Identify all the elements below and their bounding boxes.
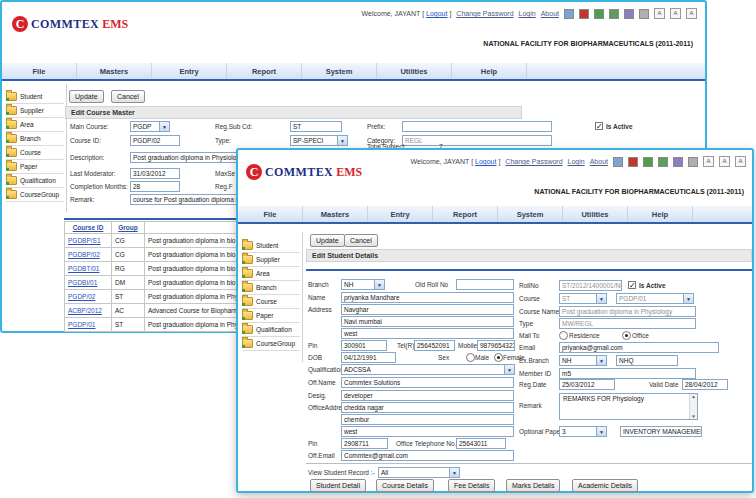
roll-no-field[interactable]: ST/2012/1400001/NH: [559, 280, 622, 291]
menu-system[interactable]: System: [302, 63, 377, 79]
office-tel-field[interactable]: 25643011: [456, 438, 506, 449]
font-size-button[interactable]: A: [703, 156, 714, 167]
sidebar-item-qualification[interactable]: Qualification: [242, 323, 300, 337]
main-course-select[interactable]: PGDP▼: [130, 121, 170, 132]
optional-paper-select[interactable]: 3▼: [559, 426, 607, 437]
sidebar-item-student[interactable]: Student: [6, 90, 64, 104]
sidebar-item-course[interactable]: Course: [242, 295, 300, 309]
font-size-button[interactable]: A: [670, 8, 681, 19]
font-size-button[interactable]: A: [735, 156, 746, 167]
sidebar-item-branch[interactable]: Branch: [6, 132, 64, 146]
menu-system[interactable]: System: [498, 206, 563, 222]
course-id-link[interactable]: PGDP/02: [68, 293, 95, 300]
tel-r-field[interactable]: 256452091: [414, 340, 455, 351]
cancel-button[interactable]: Cancel: [344, 234, 378, 247]
menu-utilities[interactable]: Utilities: [377, 63, 452, 79]
academic-details-button[interactable]: Academic Details: [572, 479, 638, 492]
sidebar-item-coursegroup[interactable]: CourseGroup: [242, 337, 300, 351]
type-field[interactable]: MW/REGL: [559, 318, 696, 329]
office-address-line3-field[interactable]: west: [341, 426, 514, 437]
change-password-link[interactable]: Change Password: [505, 158, 562, 165]
login-link[interactable]: Login: [519, 10, 536, 17]
sidebar-item-supplier[interactable]: Supplier: [242, 253, 300, 267]
menu-file[interactable]: File: [2, 63, 77, 79]
scrollbar[interactable]: ▲▼: [689, 394, 697, 419]
branch-select[interactable]: NH▼: [341, 279, 385, 290]
sidebar-item-area[interactable]: Area: [6, 118, 64, 132]
scroll-down-icon[interactable]: ▼: [691, 414, 695, 419]
theme-swatch[interactable]: [609, 9, 619, 19]
theme-swatch[interactable]: [639, 9, 649, 19]
theme-swatch[interactable]: [673, 157, 683, 167]
menu-help[interactable]: Help: [628, 206, 693, 222]
update-button[interactable]: Update: [310, 234, 345, 247]
about-link[interactable]: About: [590, 158, 608, 165]
optional-paper-name-field[interactable]: INVENTORY MANAGEMENT: [620, 426, 702, 437]
office-address-line2-field[interactable]: chembur: [341, 414, 514, 425]
sex-female-radio[interactable]: [494, 353, 503, 362]
menu-entry[interactable]: Entry: [152, 63, 227, 79]
course-details-button[interactable]: Course Details: [376, 479, 434, 492]
font-size-button[interactable]: A: [686, 8, 697, 19]
course-code-select[interactable]: ST▼: [559, 293, 607, 304]
off-name-field[interactable]: Commtex Solutions: [341, 377, 514, 388]
pin-field[interactable]: 300901: [341, 340, 387, 351]
course-id-link[interactable]: PGDBP/S1: [68, 237, 101, 244]
menu-report[interactable]: Report: [433, 206, 498, 222]
student-detail-button[interactable]: Student Detail: [310, 479, 366, 492]
col-course-id[interactable]: Course ID: [65, 222, 112, 234]
col-group[interactable]: Group: [112, 222, 145, 234]
office-address-line1-field[interactable]: chedda nagar: [341, 402, 514, 413]
course-name-field[interactable]: Post graduation diploma in Physiology: [559, 306, 696, 317]
mobile-field[interactable]: 9879654323: [477, 340, 515, 351]
menu-file[interactable]: File: [238, 206, 303, 222]
course-id-select[interactable]: PGDP/01▼: [616, 293, 694, 304]
category-field[interactable]: REGL: [402, 135, 552, 146]
theme-swatch[interactable]: [613, 157, 623, 167]
marks-details-button[interactable]: Marks Details: [506, 479, 560, 492]
ex-branch-name-field[interactable]: NHQ: [616, 355, 678, 366]
desig-field[interactable]: developer: [341, 390, 514, 401]
completion-months-field[interactable]: 28: [130, 181, 180, 192]
theme-swatch[interactable]: [658, 157, 668, 167]
member-id-field[interactable]: m5: [559, 368, 696, 379]
old-roll-no-field[interactable]: [456, 279, 514, 290]
change-password-link[interactable]: Change Password: [456, 10, 513, 17]
theme-swatch[interactable]: [624, 9, 634, 19]
sidebar-item-paper[interactable]: Paper: [242, 309, 300, 323]
sidebar-item-branch[interactable]: Branch: [242, 281, 300, 295]
sidebar-item-course[interactable]: Course: [6, 146, 64, 160]
mail-to-office-radio[interactable]: [622, 331, 631, 340]
course-id-link[interactable]: PGDBI/01: [68, 279, 97, 286]
sidebar-item-student[interactable]: Student: [242, 239, 300, 253]
menu-help[interactable]: Help: [452, 63, 527, 79]
is-active-checkbox[interactable]: ✓: [628, 281, 636, 289]
ex-branch-select[interactable]: NH▼: [559, 355, 607, 366]
sidebar-item-qualification[interactable]: Qualification: [6, 174, 64, 188]
is-active-checkbox[interactable]: ✓: [595, 122, 603, 130]
fee-details-button[interactable]: Fee Details: [448, 479, 495, 492]
course-id-link[interactable]: ACBP/2012: [68, 307, 102, 314]
font-size-button[interactable]: A: [719, 156, 730, 167]
type-select[interactable]: SP-SPECI▼: [290, 135, 348, 146]
sidebar-item-area[interactable]: Area: [242, 267, 300, 281]
course-id-link[interactable]: PGDBT/01: [68, 265, 99, 272]
office-pin-field[interactable]: 2908711: [341, 438, 388, 449]
sidebar-item-coursegroup[interactable]: CourseGroup: [6, 188, 64, 202]
sex-male-radio[interactable]: [466, 353, 475, 362]
logout-link[interactable]: Logout: [426, 10, 447, 17]
email-field[interactable]: priyanka@gmail.com: [559, 342, 719, 353]
menu-masters[interactable]: Masters: [303, 206, 368, 222]
theme-swatch[interactable]: [579, 9, 589, 19]
sidebar-item-paper[interactable]: Paper: [6, 160, 64, 174]
menu-entry[interactable]: Entry: [368, 206, 433, 222]
address-line3-field[interactable]: west: [341, 328, 514, 339]
qualification-select[interactable]: ADCSSA▼: [341, 364, 515, 375]
login-link[interactable]: Login: [568, 158, 585, 165]
reg-sub-cd-field[interactable]: ST: [290, 121, 342, 132]
update-button[interactable]: Update: [69, 90, 104, 103]
remark-textarea[interactable]: REMARKS FOR Physiology▲▼: [559, 393, 698, 420]
sidebar-item-supplier[interactable]: Supplier: [6, 104, 64, 118]
valid-date-field[interactable]: 28/04/2012: [682, 379, 728, 390]
theme-swatch[interactable]: [628, 157, 638, 167]
